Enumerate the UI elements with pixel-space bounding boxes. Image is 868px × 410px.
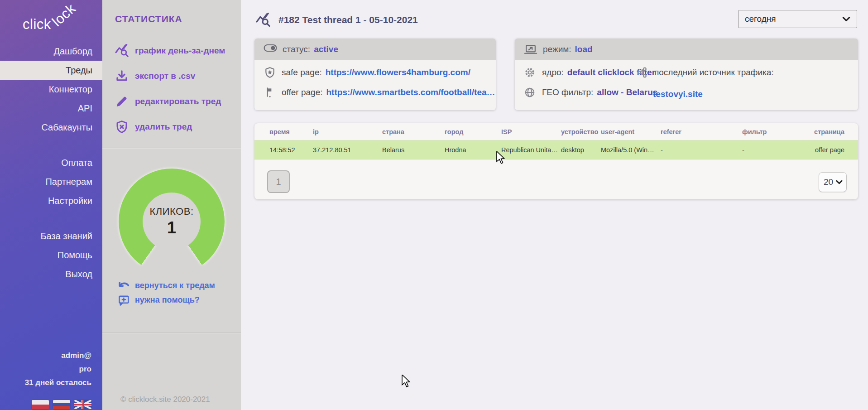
gauge-label: КЛИКОВ: — [149, 206, 193, 217]
mode-card: режим: load ядро: default clicklock filt… — [515, 39, 858, 110]
cell-country: Belarus — [382, 146, 445, 154]
mode-value: load — [575, 44, 593, 54]
sidebar-item-api[interactable]: API — [0, 99, 102, 118]
col-filter: фильтр — [742, 128, 810, 135]
download-icon — [115, 69, 130, 83]
col-page: страница — [810, 128, 844, 135]
safe-page-link[interactable]: https://www.flowers4hamburg.com/ — [326, 68, 470, 77]
action-label: удалить тред — [135, 122, 192, 132]
table-row[interactable]: 14:58:52 37.212.80.51 Belarus Hrodna Rep… — [254, 140, 858, 159]
action-delete-thread[interactable]: удалить тред — [115, 114, 225, 140]
gauge-center: КЛИКОВ: 1 — [143, 193, 201, 251]
sidebar-item-payment[interactable]: Оплата — [0, 153, 102, 172]
safe-page-label: safe page: — [282, 68, 322, 77]
sidebar-item-logout[interactable]: Выход — [0, 265, 102, 284]
account-info: admin@ pro 31 дней осталось — [0, 349, 102, 390]
geo-filter-row: ГЕО фильтр: allow - Belarus — [524, 87, 657, 98]
mouse-cursor — [401, 375, 411, 388]
col-city: город — [445, 128, 501, 135]
traffic-source-row: последний источник трафика: — [636, 67, 777, 78]
poland-flag-icon[interactable] — [32, 400, 49, 409]
main-content: #182 Test thread 1 - 05-10-2021 сегодня … — [241, 0, 868, 410]
cell-time: 14:58:52 — [269, 146, 313, 154]
action-label: редактировать тред — [135, 96, 221, 106]
cell-user-agent: Mozilla/5.0 (Win… — [601, 146, 661, 154]
col-user-agent: user-agent — [601, 128, 661, 135]
stats-links: вернуться к тредам нужна помощь? — [118, 278, 215, 307]
sidebar-item-threads[interactable]: Треды — [0, 61, 102, 80]
sidebar-item-connector[interactable]: Коннектор — [0, 80, 102, 99]
sidebar-item-dashboard[interactable]: Дашборд — [0, 42, 102, 61]
chevron-down-icon — [836, 180, 843, 184]
period-select[interactable]: сегодня — [738, 10, 857, 28]
chart-search-icon — [115, 44, 130, 58]
account-plan: pro — [0, 362, 91, 376]
need-help-link[interactable]: нужна помощь? — [118, 293, 215, 307]
screen-share-icon — [524, 44, 537, 55]
cell-filter: - — [742, 146, 810, 154]
russia-flag-icon[interactable] — [53, 400, 70, 409]
clicks-gauge: КЛИКОВ: 1 — [119, 169, 225, 275]
pagination-page-1-button[interactable]: 1 — [267, 170, 290, 193]
action-label: график день-за-днем — [135, 46, 225, 56]
clicklock-logo[interactable]: click lock — [23, 6, 91, 34]
cell-device: desktop — [561, 146, 601, 154]
sidebar-item-knowledge-base[interactable]: База знаний — [0, 227, 102, 246]
core-label: ядро: — [542, 68, 564, 77]
divider — [102, 148, 241, 148]
col-time: время — [269, 128, 313, 135]
geo-filter-label: ГЕО фильтр: — [542, 87, 593, 97]
shield-star-icon — [264, 67, 276, 78]
logo-text-lock: lock — [49, 0, 79, 30]
traffic-source-label: последний источник трафика: — [654, 68, 774, 77]
sidebar-item-partners[interactable]: Партнерам — [0, 172, 102, 191]
col-referer: referer — [661, 128, 742, 135]
chart-search-icon — [256, 13, 272, 27]
stats-panel-title: СТАТИСТИКА — [115, 14, 182, 24]
offer-page-link[interactable]: https://www.smartbets.com/football/tea… — [326, 87, 495, 97]
page-title: #182 Test thread 1 - 05-10-2021 — [278, 14, 418, 25]
traffic-source-link[interactable]: testovyi.site — [653, 89, 703, 99]
page-size-select[interactable]: 20 — [819, 172, 847, 192]
stats-panel: СТАТИСТИКА график день-за-днем экспорт в… — [102, 0, 241, 410]
cell-page: offer page — [810, 146, 844, 154]
gauge-value: 1 — [167, 218, 176, 237]
status-card-header: статус: active — [254, 39, 496, 60]
action-daily-chart[interactable]: график день-за-днем — [115, 38, 225, 63]
mouse-cursor — [496, 151, 506, 165]
shield-x-icon — [115, 120, 130, 134]
sidebar-nav: Дашборд Треды Коннектор API Сабакаунты О… — [0, 42, 102, 284]
col-device: устройство — [561, 128, 601, 135]
language-switcher — [32, 400, 91, 409]
stats-link-label: вернуться к тредам — [135, 281, 215, 290]
action-label: экспорт в .csv — [135, 71, 195, 81]
action-export-csv[interactable]: экспорт в .csv — [115, 63, 225, 89]
sidebar-item-help[interactable]: Помощь — [0, 246, 102, 265]
cell-city: Hrodna — [445, 146, 501, 154]
col-ip: ip — [313, 128, 382, 135]
share-icon — [636, 67, 649, 78]
status-value: active — [314, 44, 338, 54]
copyright-text: © clicklock.site 2020-2021 — [120, 395, 210, 404]
action-edit-thread[interactable]: редактировать тред — [115, 89, 225, 114]
period-select-value: сегодня — [745, 14, 842, 24]
globe-icon — [524, 87, 537, 98]
uk-flag-icon[interactable] — [74, 400, 91, 409]
col-isp: ISP — [501, 128, 561, 135]
sidebar-item-settings[interactable]: Настройки — [0, 191, 102, 210]
help-bubble-icon — [118, 294, 131, 305]
chevron-down-icon — [842, 16, 850, 22]
sidebar: click lock Дашборд Треды Коннектор API С… — [0, 0, 102, 410]
toggle-icon — [264, 44, 277, 55]
page-header: #182 Test thread 1 - 05-10-2021 — [256, 13, 418, 27]
back-to-threads-link[interactable]: вернуться к тредам — [118, 278, 215, 293]
gear-icon — [524, 67, 537, 78]
safe-page-row: safe page: https://www.flowers4hamburg.c… — [264, 67, 470, 78]
sidebar-item-subaccounts[interactable]: Сабакаунты — [0, 118, 102, 137]
account-email: admin@ — [0, 349, 91, 362]
cell-ip: 37.212.80.51 — [313, 146, 382, 154]
page-size-value: 20 — [824, 177, 836, 187]
col-country: страна — [382, 128, 445, 135]
undo-icon — [118, 280, 131, 291]
status-card: статус: active safe page: https://www.fl… — [254, 39, 496, 110]
